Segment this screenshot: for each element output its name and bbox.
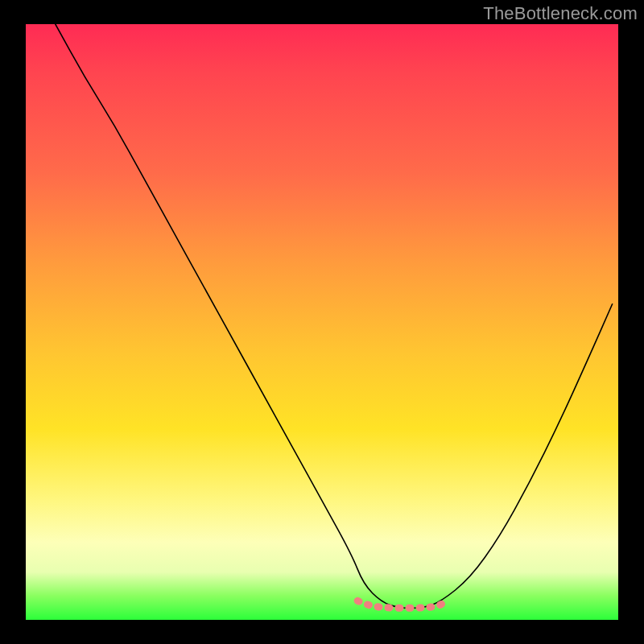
chart-svg <box>26 24 618 620</box>
flat-marker-line <box>357 600 446 608</box>
bottleneck-curve-line <box>56 24 613 608</box>
watermark-label: TheBottleneck.com <box>483 3 638 24</box>
chart-frame <box>26 24 618 620</box>
